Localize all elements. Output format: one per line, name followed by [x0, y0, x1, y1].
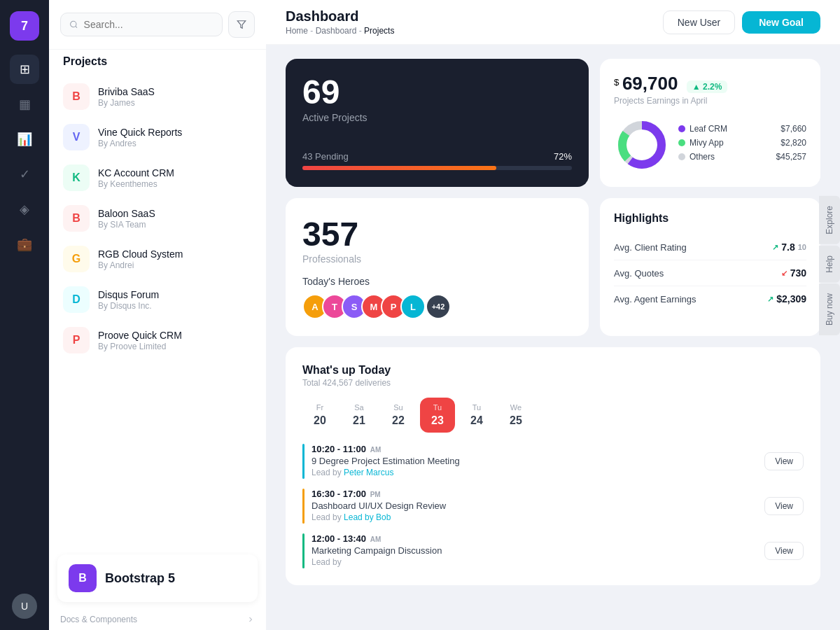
project-info-kc: KC Account CRM By Keenthemes [98, 167, 252, 189]
calendar-day[interactable]: Sa 21 [342, 398, 377, 433]
right-tabs: ExploreHelpBuy now [819, 196, 840, 335]
event-item: 16:30 - 17:00 PM Dashboard UI/UX Design … [302, 489, 804, 524]
legend-left: Leaf CRM [678, 124, 727, 134]
active-projects-number: 69 [302, 76, 572, 109]
highlight-value: ↗ 7.8 10 [772, 241, 806, 253]
bootstrap-card[interactable]: B Bootstrap 5 [57, 554, 258, 602]
header-left: Dashboard Home - Dashboard - Projects [286, 8, 394, 36]
active-projects-label: Active Projects [302, 112, 572, 123]
event-time: 16:30 - 17:00 PM [312, 489, 757, 499]
project-name-disqus: Disqus Forum [98, 289, 252, 300]
day-num: 22 [392, 414, 405, 427]
search-bar [49, 0, 266, 50]
calendar-day[interactable]: Fr 20 [302, 398, 337, 433]
event-details: 12:00 - 13:40 AM Marketing Campaign Disc… [312, 533, 757, 567]
nav-avatar[interactable]: 7 [10, 11, 39, 41]
sidebar-title: Projects [49, 50, 266, 76]
trend-up-icon: ↗ [767, 295, 774, 304]
pending-percent: 72% [554, 151, 572, 162]
docs-label: Docs & Components [60, 615, 137, 624]
nav-icon-chart[interactable]: 📊 [10, 125, 39, 154]
project-item-rgb[interactable]: G RGB Cloud System By Andrei [49, 239, 266, 279]
docs-footer[interactable]: Docs & Components [49, 609, 266, 630]
day-short: Sa [354, 403, 363, 412]
highlight-value: ↗ $2,309 [767, 293, 806, 304]
heroes-more[interactable]: +42 [426, 294, 451, 319]
event-view-button[interactable]: View [764, 542, 804, 560]
search-input-wrap[interactable] [60, 13, 223, 36]
new-goal-button[interactable]: New Goal [742, 11, 820, 34]
professionals-card: 357 Professionals Today's Heroes ATSMPL+… [286, 198, 589, 336]
legend-item: Leaf CRM $7,660 [678, 124, 806, 134]
project-item-kc[interactable]: K KC Account CRM By Keenthemes [49, 158, 266, 198]
legend-left: Others [678, 152, 715, 162]
legend-label: Mivy App [690, 138, 724, 148]
project-icon-rgb: G [63, 246, 90, 272]
legend-dot [678, 125, 685, 132]
day-num: 23 [431, 414, 444, 427]
day-short: Fr [316, 403, 323, 412]
project-icon-disqus: D [63, 286, 90, 313]
event-lead-link[interactable]: Lead by Bob [344, 512, 391, 522]
search-icon [69, 20, 78, 29]
project-name-proove: Proove Quick CRM [98, 330, 252, 341]
breadcrumb-home[interactable]: Home [286, 26, 308, 36]
calendar-day[interactable]: Su 22 [381, 398, 416, 433]
event-item: 12:00 - 13:40 AM Marketing Campaign Disc… [302, 533, 804, 568]
earnings-legend: Leaf CRM $7,660 Mivy App $2,820 Others $… [678, 124, 806, 166]
nav-icon-dashboard[interactable]: ▦ [10, 90, 39, 119]
right-tab-buy-now[interactable]: Buy now [819, 284, 840, 335]
highlights-rows: Avg. Client Rating ↗ 7.8 10 Avg. Quotes … [614, 234, 806, 312]
row-1: 69 Active Projects 43 Pending 72% $ 69,7… [286, 59, 820, 187]
breadcrumb-dashboard[interactable]: Dashboard [316, 26, 357, 36]
filter-button[interactable] [228, 11, 255, 38]
event-details: 16:30 - 17:00 PM Dashboard UI/UX Design … [312, 489, 757, 522]
pending-label: 43 Pending [302, 151, 349, 162]
legend-value: $7,660 [780, 124, 806, 134]
right-tab-explore[interactable]: Explore [819, 196, 840, 244]
highlight-row: Avg. Client Rating ↗ 7.8 10 [614, 234, 806, 260]
calendar-day[interactable]: Tu 23 [420, 398, 455, 433]
calendar-day[interactable]: Tu 24 [459, 398, 494, 433]
breadcrumb: Home - Dashboard - Projects [286, 26, 394, 36]
legend-value: $2,820 [780, 138, 806, 148]
project-icon-kc: K [63, 164, 90, 191]
highlight-label: Avg. Client Rating [614, 242, 687, 253]
nav-icon-grid[interactable]: ⊞ [10, 55, 39, 84]
currency-symbol: $ [614, 77, 619, 88]
donut-chart [614, 117, 670, 173]
right-tab-help[interactable]: Help [819, 246, 840, 283]
new-user-button[interactable]: New User [663, 10, 735, 34]
calendar-day[interactable]: We 25 [498, 398, 533, 433]
bootstrap-icon: B [69, 564, 97, 592]
day-short: We [510, 403, 522, 412]
event-view-button[interactable]: View [764, 452, 804, 470]
nav-icon-briefcase[interactable]: 💼 [10, 230, 39, 259]
day-num: 25 [510, 414, 522, 427]
active-projects-bottom: 43 Pending 72% [302, 151, 572, 170]
project-info-baloon: Baloon SaaS By SIA Team [98, 208, 252, 230]
user-avatar[interactable]: U [12, 594, 37, 619]
project-by-baloon: By SIA Team [98, 220, 252, 230]
nav-icon-layers[interactable]: ◈ [10, 195, 39, 224]
legend-left: Mivy App [678, 138, 724, 148]
event-lead-link[interactable]: Peter Marcus [344, 468, 393, 477]
event-view-button[interactable]: View [764, 497, 804, 515]
project-name-briviba: Briviba SaaS [98, 86, 252, 97]
chevron-right-icon [246, 615, 255, 624]
project-item-vine[interactable]: V Vine Quick Reports By Andres [49, 117, 266, 158]
hero-avatar[interactable]: L [400, 294, 426, 319]
project-info-rgb: RGB Cloud System By Andrei [98, 248, 252, 270]
row-3: What's up Today Total 424,567 deliveries… [286, 347, 820, 585]
search-input[interactable] [84, 19, 214, 30]
nav-icon-check[interactable]: ✓ [10, 160, 39, 189]
project-item-disqus[interactable]: D Disqus Forum By Disqus Inc. [49, 279, 266, 320]
legend-value: $45,257 [776, 152, 806, 162]
project-item-briviba[interactable]: B Briviba SaaS By James [49, 76, 266, 117]
project-item-proove[interactable]: P Proove Quick CRM By Proove Limited [49, 320, 266, 360]
header-right: New User New Goal [663, 10, 820, 34]
professionals-number: 357 [302, 215, 572, 253]
svg-marker-1 [237, 21, 246, 29]
project-item-baloon[interactable]: B Baloon SaaS By SIA Team [49, 198, 266, 239]
project-by-proove: By Proove Limited [98, 342, 252, 351]
